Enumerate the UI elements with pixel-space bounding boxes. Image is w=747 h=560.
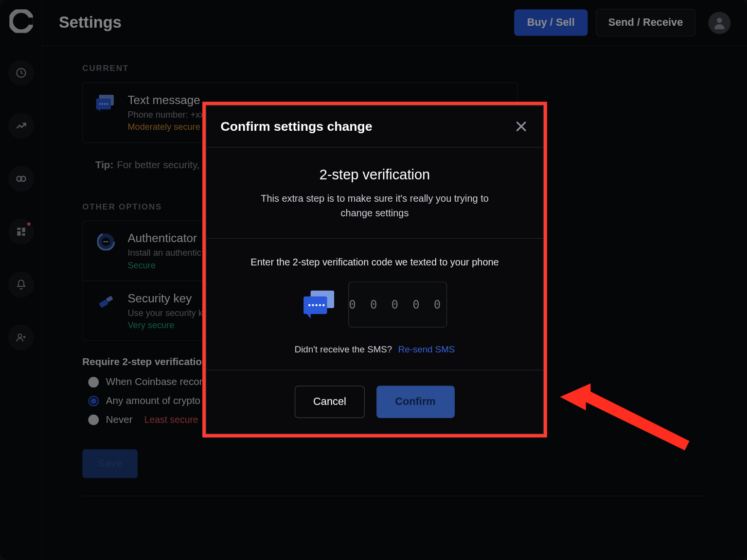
tip-label: Tip:: [95, 159, 113, 171]
modal: Confirm settings change 2-step verificat…: [206, 105, 543, 434]
verification-code-input[interactable]: [348, 281, 447, 327]
side-rail: [0, 0, 42, 560]
avatar[interactable]: [708, 12, 730, 34]
modal-input-section: Enter the 2-step verification code we te…: [207, 238, 543, 370]
svg-rect-7: [22, 228, 25, 232]
require-option-3-label: Never: [106, 414, 133, 426]
nav-invite-icon[interactable]: [8, 325, 34, 350]
modal-subtitle: 2-step verification: [221, 166, 529, 183]
security-key-icon: [96, 292, 116, 312]
svg-rect-6: [17, 231, 20, 236]
svg-rect-12: [96, 99, 111, 109]
require-option-1-label: When Coinbase recom: [106, 376, 208, 388]
security-key-tag: Very secure: [127, 320, 207, 330]
tip-text: For better security, s: [117, 159, 208, 171]
nav-bell-icon[interactable]: [8, 272, 34, 298]
modal-intro: 2-step verification This extra step is t…: [207, 148, 543, 239]
header: Settings Buy / Sell Send / Receive: [42, 0, 747, 46]
authenticator-sub: Install an authentic: [127, 247, 201, 258]
current-method-title: Text message: [127, 93, 204, 107]
nav-trending-icon[interactable]: [8, 113, 34, 139]
modal-header: Confirm settings change: [207, 106, 543, 148]
nav-chain-icon[interactable]: [8, 166, 34, 192]
resend-question: Didn't receive the SMS?: [295, 344, 392, 354]
notification-dot-icon: [26, 221, 32, 227]
modal-description: This extra step is to make sure it's rea…: [245, 191, 504, 220]
svg-point-31: [322, 304, 324, 306]
send-receive-button[interactable]: Send / Receive: [596, 9, 695, 36]
svg-rect-23: [99, 299, 108, 308]
current-label: CURRENT: [82, 64, 689, 73]
resend-sms-link[interactable]: Re-send SMS: [398, 344, 455, 354]
nav-grid-icon[interactable]: [8, 219, 34, 245]
svg-point-21: [106, 241, 107, 242]
authenticator-tag: Secure: [127, 260, 201, 270]
current-method-sub: Phone number: +xx: [127, 109, 204, 120]
close-button[interactable]: [514, 119, 529, 134]
confirm-button[interactable]: Confirm: [376, 385, 455, 418]
sms-icon: [302, 290, 334, 318]
svg-point-30: [319, 304, 321, 306]
svg-point-9: [18, 334, 21, 337]
app-window: Settings Buy / Sell Send / Receive CURRE…: [0, 0, 747, 560]
radio-icon: [88, 377, 99, 387]
authenticator-title: Authenticator: [127, 232, 201, 245]
require-option-2-label: Any amount of crypto: [106, 395, 200, 407]
sms-icon: [96, 93, 116, 113]
svg-point-20: [104, 241, 105, 242]
radio-icon: [88, 396, 99, 406]
svg-point-28: [312, 304, 314, 306]
radio-icon: [88, 415, 99, 425]
svg-rect-24: [106, 296, 113, 302]
svg-point-27: [308, 304, 310, 306]
page-title: Settings: [59, 14, 122, 32]
authenticator-icon: [96, 232, 116, 252]
svg-point-22: [107, 241, 108, 242]
modal-prompt: Enter the 2-step verification code we te…: [221, 256, 529, 267]
svg-point-10: [717, 18, 722, 22]
modal-actions: Cancel Confirm: [207, 370, 543, 433]
svg-rect-1: [27, 18, 33, 25]
logo-icon[interactable]: [9, 9, 33, 33]
save-button[interactable]: Save: [82, 449, 138, 478]
buy-sell-button[interactable]: Buy / Sell: [514, 9, 587, 35]
svg-rect-8: [22, 233, 25, 236]
svg-point-15: [104, 103, 106, 105]
divider: [82, 496, 706, 496]
nav-clock-icon[interactable]: [8, 60, 34, 86]
svg-rect-5: [17, 228, 20, 230]
modal-title: Confirm settings change: [221, 119, 373, 134]
security-key-sub: Use your security ke: [127, 308, 207, 318]
require-option-3-tag: Least secure: [144, 415, 198, 425]
cancel-button[interactable]: Cancel: [295, 385, 365, 418]
svg-point-14: [102, 103, 103, 105]
svg-point-29: [316, 304, 318, 306]
svg-point-13: [99, 103, 101, 105]
resend-row: Didn't receive the SMS? Re-send SMS: [221, 344, 529, 354]
svg-point-16: [107, 103, 108, 105]
security-key-title: Security key: [127, 292, 207, 305]
current-method-tag: Moderately secure: [127, 122, 204, 132]
